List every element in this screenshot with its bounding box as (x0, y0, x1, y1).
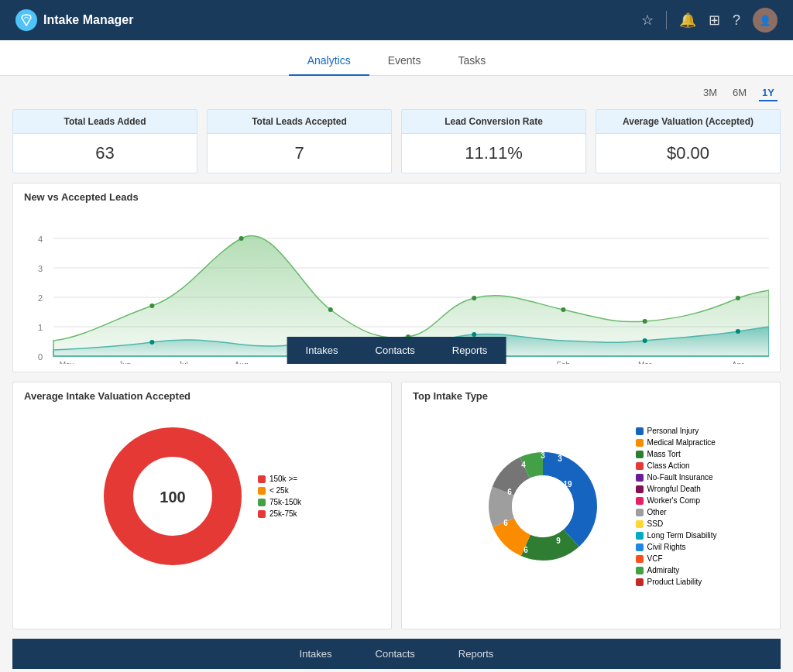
chart-container: 0 1 2 3 4 (24, 209, 769, 364)
legend-dot (258, 487, 266, 495)
nav-tabs: Analytics Events Tasks (0, 40, 793, 76)
legend-ssd: SSD (636, 519, 717, 528)
stat-value-leads-accepted: 7 (208, 134, 391, 173)
tab-events[interactable]: Events (369, 46, 440, 76)
stat-title-leads-added: Total Leads Added (13, 110, 197, 134)
legend-vcf: VCF (636, 554, 717, 563)
legend-dot (258, 475, 266, 483)
svg-text:Mar: Mar (638, 361, 652, 364)
help-icon[interactable]: ? (733, 12, 740, 29)
legend-dot (636, 451, 644, 458)
legend-product-liability: Product Liability (636, 578, 717, 586)
svg-point-16 (643, 319, 647, 324)
legend-workers-comp: Worker's Comp (636, 496, 717, 505)
main-content: 3M 6M 1Y Total Leads Added 63 Total Lead… (0, 76, 793, 672)
svg-text:0: 0 (38, 352, 43, 362)
avatar[interactable]: 👤 (753, 8, 778, 33)
svg-text:Apr: Apr (732, 361, 744, 364)
chart-nav-contacts[interactable]: Contacts (357, 337, 434, 364)
svg-text:4: 4 (521, 461, 526, 469)
left-legend: 150k >= < 25k 75k-150k 25k-75k (258, 475, 301, 518)
chart-overlay-nav: Intakes Contacts Reports (287, 337, 506, 364)
chart-nav-reports[interactable]: Reports (434, 337, 506, 364)
legend-dot (636, 439, 644, 447)
svg-text:1: 1 (38, 323, 43, 332)
legend-dot (636, 578, 644, 586)
svg-text:2: 2 (38, 293, 43, 303)
legend-mass-tort: Mass Tort (636, 450, 717, 458)
time-filter: 3M 6M 1Y (12, 85, 781, 101)
legend-dot (636, 532, 644, 540)
bottom-nav-intakes[interactable]: Intakes (278, 639, 354, 669)
legend-wrongful-death: Wrongful Death (636, 485, 717, 493)
bottom-nav-contacts[interactable]: Contacts (354, 639, 437, 669)
logo-icon (15, 9, 37, 31)
legend-dot (636, 520, 644, 528)
svg-text:9: 9 (556, 537, 561, 545)
stat-value-valuation: $0.00 (596, 134, 780, 173)
svg-point-21 (643, 338, 647, 343)
legend-dot (258, 499, 266, 506)
svg-text:6: 6 (524, 546, 528, 554)
legend-no-fault: No-Fault Insurance (636, 473, 717, 482)
stat-value-leads-added: 63 (13, 134, 197, 173)
time-btn-3m[interactable]: 3M (700, 85, 720, 101)
stat-card-leads-added: Total Leads Added 63 (12, 109, 197, 173)
right-section: Top Intake Type (401, 382, 781, 629)
legend-admiralty: Admiralty (636, 566, 717, 574)
svg-point-15 (561, 307, 565, 312)
legend-dot (636, 497, 644, 505)
svg-point-12 (328, 307, 333, 312)
svg-point-17 (736, 296, 740, 300)
legend-civil-rights: Civil Rights (636, 543, 717, 551)
stats-row: Total Leads Added 63 Total Leads Accepte… (12, 109, 781, 173)
bottom-nav-reports[interactable]: Reports (437, 639, 516, 669)
svg-point-11 (239, 236, 244, 241)
bell-icon[interactable]: 🔔 (679, 12, 696, 29)
svg-point-22 (736, 329, 740, 334)
legend-item-25k-75k: 25k-75k (258, 509, 301, 518)
time-btn-6m[interactable]: 6M (729, 85, 750, 101)
tab-analytics[interactable]: Analytics (289, 46, 369, 76)
divider (666, 11, 667, 29)
chart-nav-intakes[interactable]: Intakes (287, 337, 357, 364)
svg-text:4: 4 (38, 235, 43, 244)
svg-text:Aug: Aug (235, 361, 249, 364)
svg-text:6: 6 (503, 519, 508, 527)
svg-text:3: 3 (541, 451, 545, 460)
legend-medical-malpractice: Medical Malpractice (636, 438, 717, 447)
legend-dot (636, 462, 644, 470)
stat-title-conversion: Lead Conversion Rate (402, 110, 585, 134)
svg-text:100: 100 (160, 489, 185, 506)
right-donut-area: 19 9 6 6 6 4 3 3 Personal Injury (413, 411, 769, 586)
legend-item-75k: 75k-150k (258, 498, 301, 506)
stat-title-leads-accepted: Total Leads Accepted (208, 110, 391, 134)
svg-point-18 (149, 340, 154, 345)
legend-dot (636, 567, 644, 574)
header: Intake Manager ☆ 🔔 ⊞ ? 👤 (0, 0, 793, 40)
legend-dot (636, 474, 644, 482)
legend-dot (258, 510, 266, 518)
bottom-nav: Intakes Contacts Reports (12, 639, 781, 669)
svg-text:6: 6 (507, 488, 512, 496)
stat-title-valuation: Average Valuation (Accepted) (596, 110, 780, 134)
star-icon[interactable]: ☆ (641, 12, 654, 29)
tab-tasks[interactable]: Tasks (440, 46, 505, 76)
legend-item-150k: 150k >= (258, 475, 301, 483)
grid-icon[interactable]: ⊞ (709, 12, 720, 29)
legend-other: Other (636, 508, 717, 516)
stat-card-valuation: Average Valuation (Accepted) $0.00 (596, 109, 781, 173)
right-donut-chart: 19 9 6 6 6 4 3 3 (465, 429, 620, 584)
right-legend: Personal Injury Medical Malpractice Mass… (636, 427, 717, 586)
right-section-title: Top Intake Type (413, 390, 769, 402)
time-btn-1y[interactable]: 1Y (759, 85, 778, 101)
svg-text:3: 3 (38, 264, 43, 273)
legend-personal-injury: Personal Injury (636, 427, 717, 435)
app-logo: Intake Manager (15, 9, 133, 31)
legend-dot (636, 555, 644, 563)
svg-text:3: 3 (558, 454, 562, 463)
svg-text:19: 19 (563, 480, 572, 489)
legend-dot (636, 427, 644, 435)
stat-value-conversion: 11.11% (402, 134, 585, 173)
left-donut-area: 100 150k >= < 25k 75k-150k (24, 411, 380, 566)
